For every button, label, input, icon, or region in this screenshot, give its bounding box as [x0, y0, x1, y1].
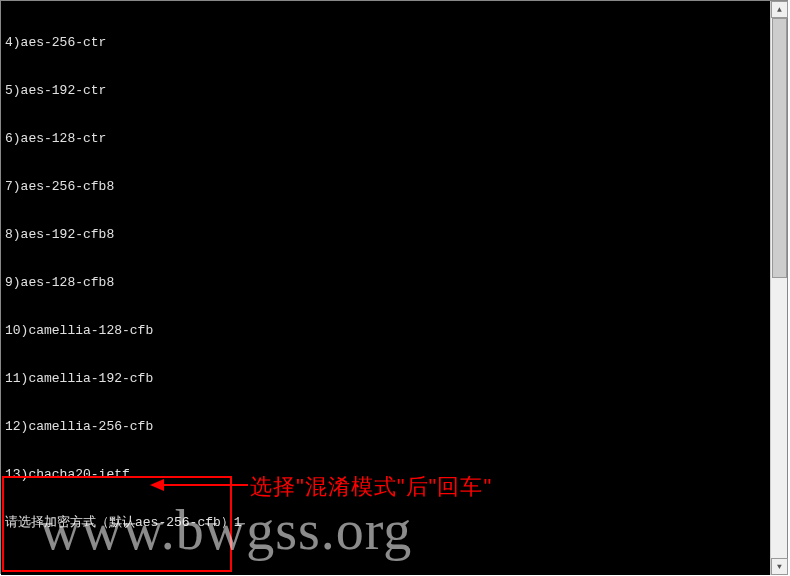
- terminal-output[interactable]: 4)aes-256-ctr 5)aes-192-ctr 6)aes-128-ct…: [1, 1, 771, 575]
- vertical-scrollbar[interactable]: ▲ ▼: [770, 1, 787, 575]
- cipher-option: 6)aes-128-ctr: [5, 131, 767, 147]
- cipher-option: 7)aes-256-cfb8: [5, 179, 767, 195]
- scroll-up-button[interactable]: ▲: [771, 1, 788, 18]
- scroll-thumb[interactable]: [772, 18, 787, 278]
- cipher-option: 10)camellia-128-cfb: [5, 323, 767, 339]
- cipher-option: 12)camellia-256-cfb: [5, 419, 767, 435]
- cipher-option: 5)aes-192-ctr: [5, 83, 767, 99]
- cipher-option: 11)camellia-192-cfb: [5, 371, 767, 387]
- cipher-option: 9)aes-128-cfb8: [5, 275, 767, 291]
- scroll-down-button[interactable]: ▼: [771, 558, 788, 575]
- cipher-prompt: 请选择加密方式（默认aes-256-cfb）1: [5, 515, 767, 531]
- terminal-window: 4)aes-256-ctr 5)aes-192-ctr 6)aes-128-ct…: [0, 0, 788, 574]
- cipher-option: 13)chacha20-ietf: [5, 467, 767, 483]
- cipher-option: 4)aes-256-ctr: [5, 35, 767, 51]
- cipher-option: 8)aes-192-cfb8: [5, 227, 767, 243]
